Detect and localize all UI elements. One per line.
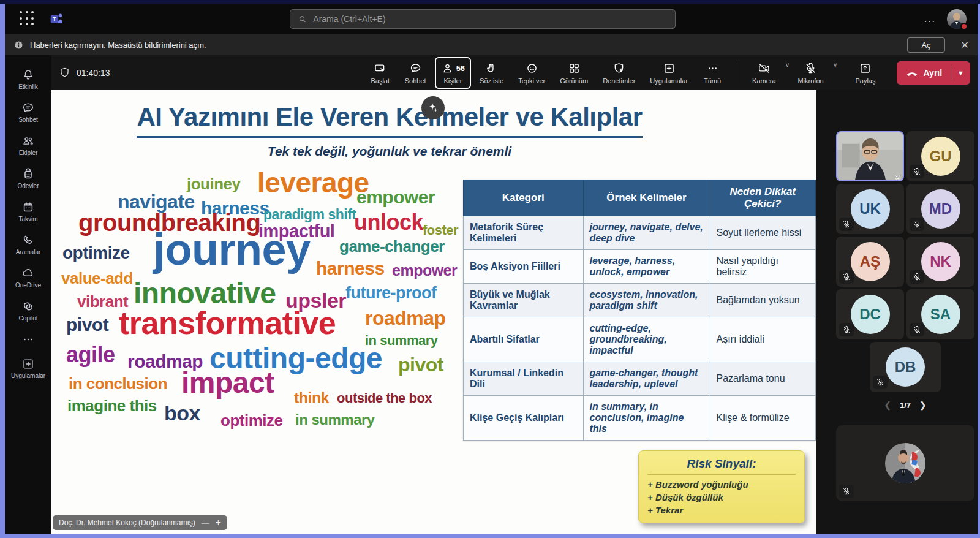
sidebar-item-label: Ekipler: [19, 150, 38, 156]
tepki-ver-button[interactable]: Tepki ver: [512, 57, 551, 89]
söz-iste-button[interactable]: Söz iste: [473, 57, 510, 89]
sidebar-item-aramalar[interactable]: Aramalar: [7, 229, 50, 260]
mic-off-icon: [842, 487, 851, 496]
kamera-button[interactable]: Kamera: [746, 57, 782, 89]
sidebar-item-label: Aramalar: [16, 249, 41, 256]
wordcloud-word: optimize: [62, 244, 130, 262]
uygulamalar-button[interactable]: Uygulamalar: [644, 57, 694, 89]
sidebar-item-sohbet[interactable]: Sohbet: [7, 97, 50, 127]
table-cell: Boş Aksiyon Fiilleri: [464, 250, 584, 284]
participant-photo-avatar: [885, 443, 925, 483]
participant-tile-AŞ[interactable]: AŞ: [836, 237, 904, 287]
sidebar-item-label: Uygulamalar: [11, 373, 45, 379]
wordcloud-word: in conclusion: [69, 376, 167, 392]
chevron-down-icon[interactable]: ˅: [831, 62, 840, 69]
sidebar-item-label: Ödevler: [17, 183, 39, 189]
table-cell: Aşırı iddiali: [710, 317, 816, 362]
toolbar-button-label: Uygulamalar: [650, 77, 688, 85]
pager-next-icon[interactable]: ❯: [919, 400, 927, 410]
topbar-more-icon[interactable]: ...: [924, 13, 936, 25]
participant-tile-GU[interactable]: GU: [907, 131, 974, 181]
participant-tile-UK[interactable]: UK: [836, 184, 904, 234]
participant-tile-photo[interactable]: [836, 425, 974, 501]
banner-open-button[interactable]: Aç: [907, 37, 944, 53]
banner-close-icon[interactable]: ✕: [961, 39, 969, 51]
görünüm-button[interactable]: Görünüm: [554, 57, 594, 89]
sohbet-button[interactable]: Sohbet: [399, 57, 432, 89]
table-header: Örnek Kelimeler: [583, 180, 710, 216]
sidebar-rail: EtkinlikSohbetEkiplerÖdevlerTakvimAramal…: [5, 55, 51, 534]
wordcloud-word: unlock: [354, 211, 423, 233]
wordcloud-word: harness: [316, 259, 385, 278]
window-top-edge: [0, 0, 980, 4]
sidebar-item-copilot[interactable]: Copilot: [7, 295, 50, 326]
tümü-button[interactable]: Tümü: [696, 57, 728, 89]
meeting-toolbar: 01:40:13 BaşlatSohbet56KişilerSöz isteTe…: [51, 55, 978, 90]
participant-tile-DB[interactable]: DB: [870, 342, 941, 392]
kişiler-button[interactable]: 56Kişiler: [435, 57, 471, 89]
participant-initials-avatar: DC: [851, 295, 890, 334]
table-cell: Klişe Geçiş Kalıpları: [464, 396, 584, 441]
leave-button[interactable]: Ayrıl ▼: [897, 61, 971, 85]
pager-prev-icon[interactable]: ❮: [884, 400, 891, 410]
participant-tile-DC[interactable]: DC: [836, 289, 904, 339]
mic-off-icon: [913, 167, 921, 176]
mic-off-icon: [913, 325, 921, 334]
table-cell: Metaforik Süreç Kelimeleri: [464, 216, 584, 250]
notification-banner: Haberleri kaçırmayın. Masaüstü bildiriml…: [5, 34, 978, 55]
grid-icon: [568, 62, 581, 75]
search-box[interactable]: [290, 9, 676, 29]
search-icon: [298, 14, 307, 24]
chat-icon: [409, 62, 422, 75]
sidebar-item-onedrive[interactable]: OneDrive: [7, 262, 50, 293]
sidebar-item-more[interactable]: [7, 328, 50, 350]
table-cell: leverage, harness, unlock, empower: [583, 250, 710, 284]
leave-chevron-icon[interactable]: ▼: [951, 69, 970, 77]
sidebar-item-ödevler[interactable]: Ödevler: [7, 163, 50, 194]
table-cell: Soyut Ilerleme hissi: [710, 216, 816, 250]
plus-icon[interactable]: +: [216, 517, 221, 528]
table-cell: Nasıl yapıldığı belirsiz: [710, 250, 816, 284]
mic-muted-icon: [891, 172, 904, 181]
presenter-name-pill[interactable]: Doç. Dr. Mehmet Kokoç (Doğrulanmamış) — …: [53, 515, 227, 530]
sparkle-annotation-button[interactable]: [421, 96, 445, 119]
sidebar-item-takvim[interactable]: Takvim: [7, 196, 50, 227]
participant-tile-SA[interactable]: SA: [907, 289, 974, 339]
teams-logo-icon[interactable]: T: [49, 11, 65, 27]
toolbar-button-label: Kişiler: [443, 77, 462, 85]
cloud-icon: [21, 267, 35, 280]
wordcloud-word: impact: [181, 368, 274, 398]
denetimler-button[interactable]: Denetimler: [597, 57, 641, 89]
table-cell: Bağlamdan yoksun: [710, 284, 816, 317]
table-row: Metaforik Süreç Kelimelerijourney, navig…: [464, 216, 816, 250]
search-input[interactable]: [313, 14, 668, 24]
wordcloud-word: roadmap: [365, 308, 446, 328]
mic-off-icon: [804, 62, 817, 75]
backpack-icon: [21, 167, 35, 181]
profile-avatar[interactable]: [947, 9, 967, 29]
sidebar-item-uygulamalar[interactable]: Uygulamalar: [7, 353, 50, 384]
share-label: Paylaş: [855, 77, 875, 85]
toolbar-button-label: Denetimler: [603, 77, 635, 85]
mikrofon-button[interactable]: Mikrofon: [791, 57, 829, 89]
wordcloud-word: game-changer: [339, 238, 445, 254]
share-button[interactable]: Paylaş: [849, 57, 881, 89]
shared-screen: AI Yazımını Ele Veren Kelimeler ve Kalıp…: [51, 90, 816, 534]
sidebar-item-ekipler[interactable]: Ekipler: [7, 130, 50, 161]
participant-tile-MD[interactable]: MD: [907, 184, 974, 234]
smiley-icon: [526, 62, 538, 75]
presence-busy-dot: [960, 23, 968, 30]
toolbar-button-label: Söz iste: [480, 77, 503, 85]
wordcloud-word: in summary: [295, 412, 375, 427]
minus-icon[interactable]: —: [202, 518, 209, 528]
sidebar-item-etkinlik[interactable]: Etkinlik: [7, 64, 50, 94]
wordcloud-word: value-add: [61, 270, 133, 286]
mic-off-icon: [913, 273, 921, 281]
slide-table: KategoriÖrnek KelimelerNeden Dikkat Çeki…: [463, 180, 816, 441]
participant-tile-video[interactable]: [836, 131, 904, 181]
başlat-button[interactable]: Başlat: [364, 57, 396, 89]
app-launcher-icon[interactable]: [20, 11, 36, 27]
wordcloud-word: paradigm shift: [263, 208, 356, 222]
chevron-down-icon[interactable]: ˅: [783, 62, 792, 69]
participant-tile-NK[interactable]: NK: [907, 237, 974, 287]
